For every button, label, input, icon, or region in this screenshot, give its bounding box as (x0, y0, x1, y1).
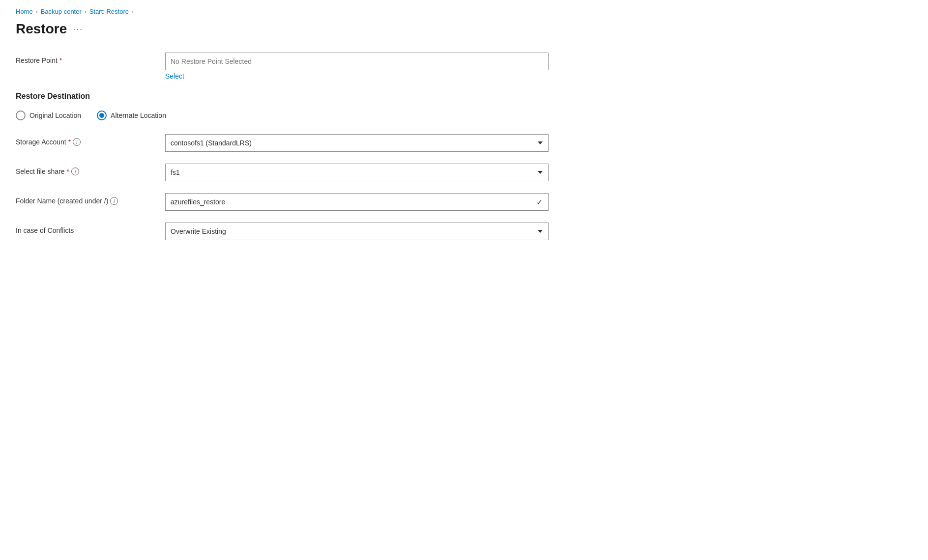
restore-point-select-link[interactable]: Select (165, 72, 549, 80)
breadcrumb-sep-2: › (85, 8, 87, 15)
alternate-location-label: Alternate Location (111, 112, 166, 119)
folder-name-input[interactable] (165, 193, 549, 211)
storage-account-label: Storage Account * i (16, 134, 153, 146)
storage-account-dropdown-wrapper: contosofs1 (StandardLRS) (165, 134, 549, 152)
breadcrumb-backup-center[interactable]: Backup center (41, 8, 82, 15)
file-share-row: Select file share * i fs1 (16, 164, 606, 181)
restore-point-input[interactable] (165, 53, 549, 70)
file-share-label: Select file share * i (16, 164, 153, 175)
alternate-location-radio[interactable] (97, 111, 107, 120)
file-share-dropdown-wrapper: fs1 (165, 164, 549, 181)
more-options-icon[interactable]: ··· (73, 24, 83, 34)
breadcrumb-home[interactable]: Home (16, 8, 33, 15)
file-share-control: fs1 (165, 164, 549, 181)
file-share-info-icon[interactable]: i (71, 168, 79, 175)
conflicts-dropdown[interactable]: Overwrite ExistingSkip (165, 223, 549, 240)
breadcrumb-start-restore[interactable]: Start: Restore (89, 8, 129, 15)
page-container: Home › Backup center › Start: Restore › … (0, 0, 928, 268)
location-radio-group: Original Location Alternate Location (16, 111, 606, 120)
folder-name-control: ✓ (165, 193, 549, 211)
page-header: Restore ··· (16, 21, 912, 37)
folder-name-input-wrapper: ✓ (165, 193, 549, 211)
storage-account-info-icon[interactable]: i (73, 138, 81, 146)
storage-account-required: * (68, 138, 71, 146)
file-share-required: * (67, 168, 69, 175)
original-location-radio[interactable] (16, 111, 26, 120)
folder-name-info-icon[interactable]: i (110, 197, 118, 205)
conflicts-dropdown-wrapper: Overwrite ExistingSkip (165, 223, 549, 240)
storage-account-dropdown[interactable]: contosofs1 (StandardLRS) (165, 134, 549, 152)
folder-name-label: Folder Name (created under /) i (16, 193, 153, 205)
form-section: Restore Point * Select Restore Destinati… (16, 53, 606, 240)
page-title: Restore (16, 21, 67, 37)
restore-point-label: Restore Point * (16, 53, 153, 64)
conflicts-label: In case of Conflicts (16, 223, 153, 234)
storage-account-control: contosofs1 (StandardLRS) (165, 134, 549, 152)
original-location-label: Original Location (29, 112, 81, 119)
restore-point-required: * (59, 56, 62, 64)
storage-account-row: Storage Account * i contosofs1 (Standard… (16, 134, 606, 152)
restore-point-row: Restore Point * Select (16, 53, 606, 80)
restore-point-controls: Select (165, 53, 549, 80)
file-share-dropdown[interactable]: fs1 (165, 164, 549, 181)
breadcrumb: Home › Backup center › Start: Restore › (16, 8, 912, 15)
conflicts-row: In case of Conflicts Overwrite ExistingS… (16, 223, 606, 240)
original-location-option[interactable]: Original Location (16, 111, 81, 120)
breadcrumb-sep-3: › (132, 8, 134, 15)
conflicts-control: Overwrite ExistingSkip (165, 223, 549, 240)
restore-destination-section: Restore Destination Original Location Al… (16, 92, 606, 120)
breadcrumb-sep-1: › (36, 8, 38, 15)
restore-destination-heading: Restore Destination (16, 92, 606, 101)
folder-name-row: Folder Name (created under /) i ✓ (16, 193, 606, 211)
alternate-location-option[interactable]: Alternate Location (97, 111, 166, 120)
